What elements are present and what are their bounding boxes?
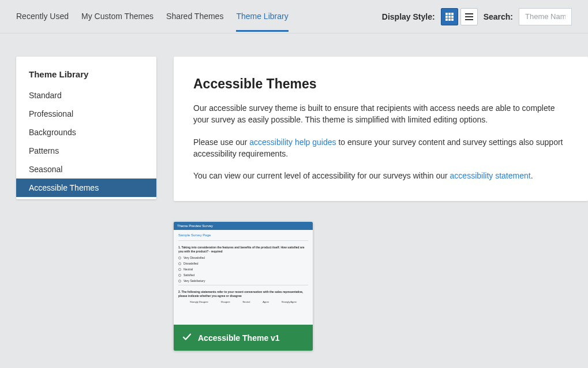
topbar-right: Display Style: Search: (382, 8, 572, 25)
preview-option: Dissatisfied (178, 262, 308, 265)
svg-rect-9 (465, 13, 473, 14)
preview-divider (178, 285, 308, 285)
preview-scale: Strongly Disagree Disagree Neutral Agree… (178, 300, 308, 303)
radio-icon (178, 268, 181, 271)
theme-preview: Theme Preview Survey Sample Survey Page … (174, 222, 313, 325)
page-heading: Accessible Themes (193, 76, 568, 92)
svg-rect-7 (448, 18, 451, 21)
accessibility-help-guides-link[interactable]: accessibility help guides (249, 137, 336, 147)
svg-rect-10 (465, 16, 473, 17)
sidebar-item-seasonal[interactable]: Seasonal (16, 160, 156, 179)
check-icon (182, 332, 192, 344)
svg-rect-6 (445, 18, 448, 21)
preview-scale-label: Disagree (221, 300, 230, 303)
p3-pre: You can view our current level of access… (193, 171, 450, 180)
category-sidebar: Theme Library Standard Professional Back… (16, 57, 156, 199)
preview-question-2: 2. The following statements refer to you… (178, 290, 308, 298)
display-list-button[interactable] (460, 8, 478, 25)
top-bar: Recently Used My Custom Themes Shared Th… (0, 0, 588, 34)
svg-rect-8 (451, 18, 454, 21)
tab-recently-used[interactable]: Recently Used (16, 1, 69, 32)
svg-rect-2 (451, 13, 454, 15)
preview-option: Neutral (178, 267, 308, 271)
sidebar-item-backgrounds[interactable]: Backgrounds (16, 123, 156, 142)
theme-grid: Theme Preview Survey Sample Survey Page … (174, 222, 588, 351)
sidebar-item-professional[interactable]: Professional (16, 105, 156, 123)
sidebar-item-accessible-themes[interactable]: Accessible Themes (16, 179, 156, 197)
tab-shared-themes[interactable]: Shared Themes (166, 1, 223, 32)
theme-card-footer: Accessible Theme v1 (174, 325, 313, 351)
svg-rect-0 (445, 13, 448, 15)
svg-rect-5 (451, 16, 454, 18)
intro-paragraph-3: You can view our current level of access… (193, 170, 568, 181)
sidebar-item-patterns[interactable]: Patterns (16, 142, 156, 160)
preview-scale-label: Neutral (242, 300, 250, 303)
tab-theme-library[interactable]: Theme Library (236, 1, 288, 32)
theme-card-title: Accessible Theme v1 (198, 333, 280, 343)
tab-my-custom-themes[interactable]: My Custom Themes (81, 1, 153, 32)
preview-option-label: Very Satisfactory (183, 279, 205, 282)
sidebar-title: Theme Library (16, 68, 156, 86)
main-area: Theme Library Standard Professional Back… (0, 34, 588, 351)
preview-option-label: Neutral (183, 267, 193, 271)
radio-icon (178, 262, 181, 265)
radio-icon (178, 280, 181, 282)
svg-rect-3 (445, 16, 448, 18)
intro-paragraph-2: Please use our accessibility help guides… (193, 136, 568, 160)
preview-option: Very Satisfactory (178, 279, 308, 282)
preview-option-label: Very Dissatisfied (183, 256, 205, 259)
preview-scale-label: Strongly Disagree (190, 300, 208, 303)
list-icon (465, 12, 474, 21)
preview-page-title: Sample Survey Page (178, 233, 308, 237)
preview-option: Very Dissatisfied (178, 256, 308, 259)
p3-post: . (531, 171, 533, 180)
svg-rect-4 (448, 16, 451, 18)
intro-paragraph-1: Our accessible survey theme is built to … (193, 102, 568, 126)
accessibility-statement-link[interactable]: accessibility statement (450, 171, 531, 180)
preview-divider (178, 240, 308, 241)
sidebar-item-standard[interactable]: Standard (16, 86, 156, 105)
display-grid-button[interactable] (441, 8, 458, 25)
content-column: Accessible Themes Our accessible survey … (174, 57, 588, 351)
preview-header: Theme Preview Survey (174, 222, 313, 230)
svg-rect-11 (465, 19, 473, 20)
theme-card-accessible-v1[interactable]: Theme Preview Survey Sample Survey Page … (174, 222, 313, 351)
svg-rect-1 (448, 13, 451, 15)
p2-pre: Please use our (193, 137, 249, 147)
radio-icon (178, 257, 181, 259)
main-tabs: Recently Used My Custom Themes Shared Th… (16, 1, 289, 32)
search-input[interactable] (519, 8, 572, 25)
preview-question-1: 1. Taking into consideration the feature… (178, 246, 308, 253)
preview-option-label: Dissatisfied (183, 262, 199, 265)
preview-option: Satisfied (178, 273, 308, 277)
grid-icon (445, 12, 454, 21)
preview-scale-label: Agree (263, 300, 269, 303)
radio-icon (178, 274, 181, 277)
description-card: Accessible Themes Our accessible survey … (174, 57, 588, 201)
display-style-buttons (441, 8, 478, 25)
display-style-label: Display Style: (382, 12, 435, 21)
preview-scale-label: Strongly Agree (282, 300, 297, 303)
search-label: Search: (484, 12, 513, 21)
preview-body: Sample Survey Page 1. Taking into consid… (174, 230, 313, 325)
preview-option-label: Satisfied (183, 273, 194, 277)
